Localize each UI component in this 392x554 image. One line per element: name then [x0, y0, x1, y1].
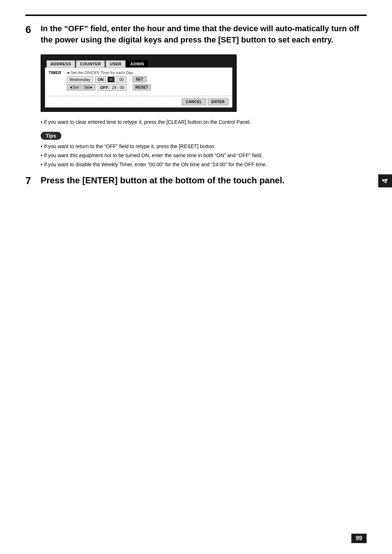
nav-prev-button[interactable]: ◄Sun [67, 84, 81, 90]
timer-label: TIMER [49, 70, 67, 75]
tips-list: If you want to return to the “OFF” field… [41, 143, 367, 168]
on-label: ON : [98, 77, 106, 82]
tip-item-2: If you want this equipment not to be tur… [41, 152, 367, 159]
on-field[interactable]: ON : 00 : 00 [95, 76, 126, 83]
day-selector[interactable]: Wednesday [67, 76, 93, 83]
timer-row: TIMER ►Set the ON/OFF Time for each Day [49, 70, 229, 75]
side-tab: 4 [378, 174, 392, 187]
on-hour: 00 [108, 77, 114, 82]
note-text: If you want to clear entered time to ret… [41, 118, 367, 126]
on-colon: : [117, 77, 118, 82]
off-label: OFF: [100, 85, 110, 90]
reset-button[interactable]: RESET [133, 84, 151, 90]
step6-text: In the “OFF” field, enter the hour and t… [41, 23, 367, 46]
page-number: 99 [351, 534, 367, 543]
nav-next-button[interactable]: Sat► [82, 84, 95, 90]
step6-block: 6 In the “OFF” field, enter the hour and… [25, 23, 367, 46]
screen-bottom-bar: CANCEL ENTER [45, 96, 232, 107]
step7-number: 7 [25, 175, 41, 187]
tip-item-1: If you want to return to the “OFF” field… [41, 143, 367, 150]
step6-number: 6 [25, 24, 41, 36]
top-rule [25, 15, 367, 16]
step7-block: 7 Press the [ENTER] button at the bottom… [25, 174, 367, 187]
screen-mockup: ADDRESS COUNTER USER ADMIN TIMER ►Set th… [41, 54, 237, 112]
step7-text: Press the [ENTER] button at the bottom o… [41, 174, 367, 187]
tab-admin[interactable]: ADMIN [126, 60, 148, 68]
tab-address[interactable]: ADDRESS [46, 60, 75, 68]
tip-item-3: If you want to disable the Weekly Timer,… [41, 161, 367, 168]
tab-user[interactable]: USER [106, 60, 126, 68]
timer-desc: ►Set the ON/OFF Time for each Day [67, 70, 133, 75]
on-minute: 00 [119, 77, 124, 82]
cancel-button[interactable]: CANCEL [182, 98, 206, 105]
set-button[interactable]: SET [132, 76, 147, 82]
page-container: 6 In the “OFF” field, enter the hour and… [0, 0, 392, 554]
screen-content: TIMER ►Set the ON/OFF Time for each Day … [45, 68, 232, 96]
tab-counter[interactable]: COUNTER [76, 60, 105, 68]
tab-bar: ADDRESS COUNTER USER ADMIN [45, 59, 232, 68]
tips-badge: Tips [41, 132, 61, 140]
off-field[interactable]: OFF: 24 : 00 [98, 84, 127, 91]
off-time: 24 : 00 [112, 85, 124, 90]
tips-box: Tips If you want to return to the “OFF” … [41, 132, 367, 168]
enter-button[interactable]: ENTER [208, 98, 229, 105]
